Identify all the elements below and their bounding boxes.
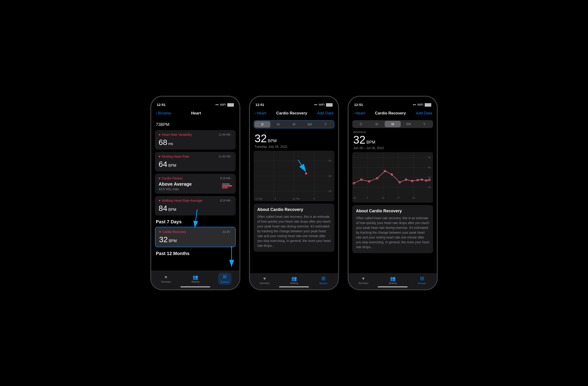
status-time-2: 12:51 [255, 103, 264, 107]
tab-summary-2[interactable]: ♥ Summary [250, 276, 279, 284]
phones-container: 12:51 ▪▪▪ WiFi ▓▓▓ ‹ Browse Heart [150, 96, 438, 290]
cardio-recovery-card[interactable]: ♥ Cardio Recovery Jul 26 › 32 BPM [155, 227, 236, 247]
nav-back-1[interactable]: ‹ Browse [156, 111, 171, 115]
nav-back-label-1[interactable]: Browse [158, 111, 171, 115]
wifi-icon: WiFi [220, 103, 226, 106]
chevron-cf-icon: › [231, 177, 232, 180]
scroll-area-1[interactable]: 73BPM ♥ Heart Rate Variability 11:46 AM … [151, 118, 239, 271]
svg-text:40: 40 [428, 166, 431, 169]
fitness-gauge [222, 183, 232, 190]
period-m-3[interactable]: M [385, 121, 400, 127]
chart-2: 40 30 20 12 AM 6 12 PM 6 [254, 151, 334, 201]
rhr-time: 11:42 AM › [218, 155, 232, 158]
tab-browse-3[interactable]: ⊞ Browse [407, 275, 437, 285]
period-m-2[interactable]: M [286, 121, 302, 128]
period-d-2[interactable]: D [254, 121, 270, 128]
heart-icon-rhr: ♥ [159, 155, 160, 158]
tab-summary-3[interactable]: ♥ Summary [349, 276, 378, 284]
nav-back-label-2[interactable]: Heart [257, 111, 267, 115]
whr-card[interactable]: ♥ Walking Heart Rate Average 8:19 AM › 8… [155, 196, 236, 216]
browse-label-3: Browse [418, 282, 426, 285]
period-6m-2[interactable]: 6M [302, 121, 318, 128]
cardio-fitness-card[interactable]: ♥ Cardio Fitness 8:19 AM › Above Average [155, 174, 236, 194]
chart-arrow-2 [254, 151, 334, 201]
period-w-3[interactable]: W [369, 121, 385, 127]
chevron-cr-icon: › [231, 230, 231, 233]
period-w-2[interactable]: W [270, 121, 286, 128]
period-d-3[interactable]: D [353, 121, 369, 127]
sharing-icon-2: 👥 [291, 276, 297, 281]
nav-back-3[interactable]: ‹ Heart [353, 111, 365, 115]
hrv-time: 11:46 AM › [218, 133, 232, 136]
top-bpm-value: 73 [156, 122, 160, 127]
period-6m-3[interactable]: 6M [401, 121, 417, 127]
hrv-value: 68 ms [159, 138, 232, 147]
battery-icon-3: ▓▓▓ [425, 103, 431, 106]
status-time-3: 12:51 [354, 103, 363, 107]
average-label-3: AVERAGE [353, 131, 432, 134]
rhr-title: ♥ Resting Heart Rate [159, 155, 189, 158]
tab-sharing-3[interactable]: 👥 Sharing [378, 276, 407, 284]
back-chevron-icon-2: ‹ [254, 111, 256, 115]
signal-icon: ▪▪▪ [215, 103, 219, 106]
heart-icon-whr: ♥ [159, 199, 160, 203]
cr-time: Jul 26 › [222, 230, 231, 233]
chart-3: 50 40 30 20 26 3 10 17 24 [352, 152, 433, 203]
metric-display-2: 32 BPM Tuesday, July 26, 2022 [250, 130, 338, 148]
summary-label-3: Summary [358, 282, 368, 284]
whr-time: 8:19 AM › [220, 199, 232, 202]
browse-icon-3: ⊞ [420, 275, 424, 281]
cf-card-header: ♥ Cardio Fitness 8:19 AM › [159, 177, 232, 180]
cf-value: Above Average [159, 182, 192, 187]
cr-value: 32 BPM [159, 235, 231, 244]
sharing-label-2: Sharing [290, 282, 298, 284]
nav-back-2[interactable]: ‹ Heart [254, 111, 266, 115]
tab-sharing-2[interactable]: 👥 Sharing [279, 276, 309, 284]
browse-label-1: Browse [221, 281, 228, 283]
cf-sub: 43.5 VO₂ max [159, 187, 192, 191]
browse-label-2: Browse [319, 282, 327, 285]
screen-content-3: ‹ Heart Cardio Recovery Add Data D W M 6… [349, 109, 437, 289]
summary-icon-1: ♥ [165, 274, 167, 280]
about-title-3: About Cardio Recovery [356, 209, 429, 213]
home-indicator-1 [180, 286, 210, 287]
add-data-btn-3[interactable]: Add Data [416, 111, 432, 115]
about-section-3: About Cardio Recovery Often called heart… [352, 205, 433, 253]
summary-label-2: Summary [260, 282, 270, 284]
signal-icon-2: ▪▪▪ [314, 103, 317, 106]
wifi-icon-3: WiFi [418, 103, 423, 106]
add-data-btn-2[interactable]: Add Data [317, 111, 334, 115]
period-y-3[interactable]: Y [417, 121, 432, 127]
tab-summary-1[interactable]: ♥ Summary [151, 274, 181, 283]
status-icons-2: ▪▪▪ WiFi ▓▓▓ [314, 103, 333, 106]
period-selector-2: D W M 6M Y [254, 120, 334, 128]
status-icons-3: ▪▪▪ WiFi ▓▓▓ [413, 103, 431, 106]
rhr-card[interactable]: ♥ Resting Heart Rate 11:42 AM › 64 BPM [155, 152, 236, 171]
whr-title: ♥ Walking Heart Rate Average [159, 199, 202, 203]
tab-browse-1[interactable]: ⊞ Browse [210, 273, 239, 285]
svg-text:50: 50 [428, 156, 431, 159]
scroll-area-2[interactable]: About Cardio Recovery Often called heart… [250, 204, 338, 273]
svg-text:26: 26 [353, 196, 356, 199]
hrv-title: ♥ Heart Rate Variability [159, 133, 192, 136]
period-y-2[interactable]: Y [318, 121, 334, 128]
period-selector-3: D W M 6M Y [352, 120, 433, 128]
heart-icon-cr: ♥ [159, 230, 161, 234]
metric-unit-3: BPM [366, 140, 375, 145]
chart-svg-3: 50 40 30 20 26 3 10 17 24 [352, 152, 433, 203]
status-icons-1: ▪▪▪ WiFi ▓▓▓ [215, 103, 234, 106]
scroll-area-3[interactable]: About Cardio Recovery Often called heart… [349, 205, 437, 273]
home-indicator-2 [279, 286, 309, 287]
metric-value-2: 32 [254, 132, 267, 145]
tab-sharing-1[interactable]: 👥 Sharing [181, 274, 210, 283]
hrv-card[interactable]: ♥ Heart Rate Variability 11:46 AM › 68 m… [155, 130, 236, 150]
heart-icon-hrv: ♥ [159, 133, 160, 136]
summary-icon-3: ♥ [362, 276, 365, 281]
top-bpm-unit: BPM [160, 122, 169, 127]
top-bpm-partial: 73BPM [155, 118, 236, 130]
nav-title-3: Cardio Recovery [375, 111, 406, 115]
nav-back-label-3[interactable]: Heart [356, 111, 365, 115]
svg-text:17: 17 [397, 196, 400, 199]
metric-unit-2: BPM [268, 138, 276, 143]
tab-browse-2[interactable]: ⊞ Browse [309, 275, 338, 285]
